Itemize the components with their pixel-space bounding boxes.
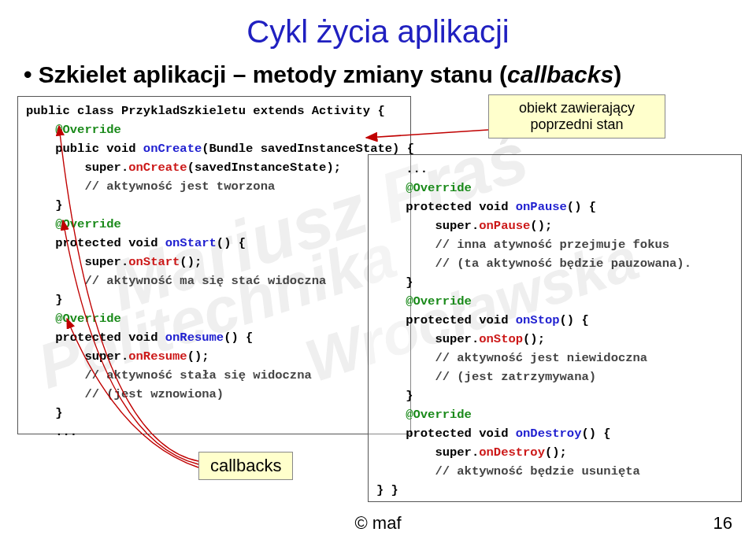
code-line: () { <box>224 331 253 345</box>
code-line: protected void <box>26 236 165 250</box>
code-line: super. <box>376 219 479 233</box>
code-keyword: onPause <box>516 200 567 214</box>
code-line: protected void <box>376 427 516 441</box>
code-line: (); <box>530 219 552 233</box>
subtitle-plain: Szkielet aplikacji – metody zmiany stanu… <box>39 61 507 87</box>
code-keyword: onStop <box>479 332 523 346</box>
code-line: } <box>376 275 413 290</box>
code-line: @Override <box>26 217 121 231</box>
code-line: public class PrzykladSzkieletu extends A… <box>26 104 385 118</box>
code-line: ... <box>26 425 77 439</box>
code-line: (); <box>187 349 209 364</box>
code-line: () { <box>560 313 589 327</box>
code-line: (); <box>180 255 202 269</box>
code-keyword: onStart <box>165 236 217 250</box>
code-line: } <box>26 293 63 307</box>
code-line: super. <box>26 161 128 175</box>
code-line: @Override <box>26 123 121 137</box>
code-line: () { <box>217 236 246 250</box>
code-comment: // aktywność stała się widoczna <box>26 368 312 382</box>
code-box-right: ... @Override protected void onPause() {… <box>368 154 742 502</box>
code-line: public void <box>26 142 143 156</box>
code-comment: // (jest wznowiona) <box>26 387 224 401</box>
code-line: ... <box>376 162 428 176</box>
code-line: super. <box>26 255 128 269</box>
page-title: Cykl życia aplikacji <box>0 14 756 50</box>
code-keyword: onDestroy <box>516 427 582 441</box>
footer-copyright: © maf <box>0 513 756 534</box>
code-box-left: public class PrzykladSzkieletu extends A… <box>17 96 411 434</box>
code-comment: // aktywność będzie usunięta <box>376 464 640 478</box>
subtitle-close: ) <box>613 61 621 87</box>
code-line: @Override <box>26 312 121 326</box>
tag-object-l2: poprzedni stan <box>495 116 658 133</box>
code-line: } <box>26 406 63 420</box>
code-comment: // (jest zatrzymywana) <box>376 370 596 384</box>
code-comment: // (ta aktywność będzie pauzowana). <box>376 257 691 271</box>
tag-object-state: obiekt zawierający poprzedni stan <box>488 94 665 139</box>
code-keyword: onPause <box>479 219 530 233</box>
subtitle-ital: callbacks <box>507 61 613 87</box>
code-line: } } <box>376 483 398 497</box>
code-line: } <box>376 389 413 403</box>
code-comment: // aktywność jest tworzona <box>26 179 275 194</box>
code-line: @Override <box>376 294 472 308</box>
code-line: () { <box>581 427 610 441</box>
code-keyword: onCreate <box>143 142 202 156</box>
code-line: () { <box>567 200 596 214</box>
code-keyword: onResume <box>128 349 187 364</box>
code-line: (); <box>523 332 545 346</box>
code-comment: // aktywność ma się stać widoczna <box>26 274 326 288</box>
code-comment: // aktywność jest niewidoczna <box>376 351 647 365</box>
code-line: protected void <box>376 200 516 214</box>
code-comment: // inna atywność przejmuje fokus <box>376 238 669 252</box>
code-line: (); <box>545 445 567 460</box>
code-line: protected void <box>376 313 516 327</box>
code-line: @Override <box>376 181 472 195</box>
code-line: } <box>26 198 63 212</box>
code-line: @Override <box>376 408 472 422</box>
code-line: protected void <box>26 331 165 345</box>
code-keyword: onStop <box>516 313 560 327</box>
code-keyword: onCreate <box>128 161 187 175</box>
code-keyword: onResume <box>165 331 224 345</box>
code-keyword: onStart <box>128 255 180 269</box>
code-line: super. <box>26 349 128 364</box>
code-line: (savedInstanceState); <box>187 161 341 175</box>
footer-page-number: 16 <box>713 513 732 534</box>
tag-object-l1: obiekt zawierający <box>495 100 658 116</box>
code-line: super. <box>376 445 479 460</box>
code-keyword: onDestroy <box>479 445 545 460</box>
code-line: super. <box>376 332 479 346</box>
subtitle: Szkielet aplikacji – metody zmiany stanu… <box>24 61 621 88</box>
tag-callbacks: callbacks <box>198 452 293 480</box>
